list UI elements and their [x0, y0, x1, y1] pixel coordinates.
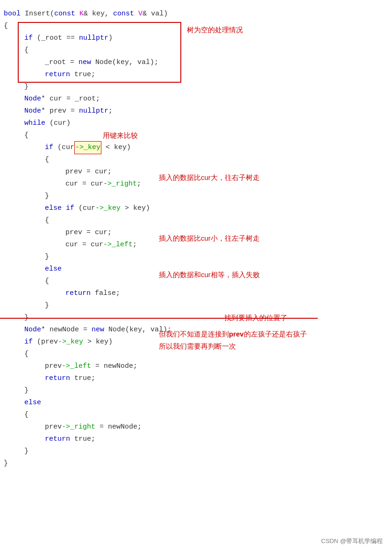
kw-else3: else — [24, 397, 41, 409]
while-cond: (cur) — [45, 117, 71, 129]
code-line-else-open: { — [4, 275, 388, 287]
kw-new2: new — [92, 324, 104, 336]
arrow-prev-left: ->_left — [62, 360, 91, 372]
code-line-return-true2: return true; — [4, 372, 388, 385]
code-line-if-lt-open: { — [4, 154, 388, 166]
code-line-prev-eq-cur1: prev = cur; — [4, 166, 388, 178]
newnode-ctor: Node(key, val); — [104, 324, 171, 336]
code-line-if-prev-key: if (prev->_key > key) — [4, 336, 388, 348]
prev-right-assign: prev — [45, 421, 62, 433]
cur-assign-left: cur = cur — [65, 239, 103, 251]
code-line-if-curkey-lt: if (cur->_key < key) — [4, 142, 388, 154]
type-V: V — [134, 8, 143, 20]
gt-key: > key) — [121, 202, 150, 215]
brace: } — [24, 312, 29, 324]
code-line-while-open: { — [4, 129, 388, 142]
arrow-right: ->_right — [103, 178, 137, 190]
code-line-else2: else — [4, 397, 388, 409]
code-line-else-close: } — [4, 300, 388, 312]
semi1: ; — [108, 105, 113, 117]
cur-init: * cur = _root; — [41, 93, 100, 105]
lt-key: < key) — [101, 142, 131, 154]
code-line-while-close: } — [4, 312, 388, 324]
code-line-elif-close: } — [4, 251, 388, 263]
arrow-left: ->_left — [103, 239, 133, 251]
code-line-else: else — [4, 263, 388, 275]
code-line-else2-open: { — [4, 409, 388, 421]
root-assign: _root = — [45, 57, 78, 69]
kw-return2: return — [65, 287, 91, 300]
code-line-prev-init: Node* prev = nullptr; — [4, 105, 388, 117]
prev-cur1: prev = cur; — [65, 166, 112, 178]
semi-left: ; — [133, 239, 137, 251]
code-line-elif-open: { — [4, 215, 388, 227]
false-val: false; — [91, 287, 120, 300]
kw-return4: return — [45, 433, 70, 445]
keyword-const2: const — [113, 8, 134, 20]
keyword-const1: const — [54, 8, 75, 20]
kw-if: if — [24, 32, 33, 44]
kw-if3: if — [62, 202, 74, 215]
brace: } — [24, 81, 29, 93]
newnode-assign1: = newNode; — [91, 360, 137, 372]
newnode-decl: * newNode = — [41, 324, 92, 336]
kw-return1: return — [45, 69, 70, 81]
if-close: ) — [108, 32, 113, 44]
code-line-while: while (cur) — [4, 117, 388, 129]
true1: true; — [70, 69, 95, 81]
code-line-cur-right: cur = cur->_right; — [4, 178, 388, 190]
code-line-else-if-curkey-gt: else if (cur->_key > key) — [4, 202, 388, 215]
code-line-if-prev-open: { — [4, 348, 388, 360]
elif-cur: (cur — [74, 202, 95, 215]
newnode-assign2: = newNode; — [95, 421, 142, 433]
code-line-root-assign: _root = new Node(key, val); — [4, 57, 388, 69]
code-line-return-false: return false; — [4, 287, 388, 300]
prev-cur2: prev = cur; — [65, 227, 112, 239]
page-wrapper: 树为空的处理情况 用键来比较 插入的数据比cur大，往右子树走 插入的数据比cu… — [0, 5, 392, 551]
cur-assign-right: cur = cur — [65, 178, 103, 190]
brace: } — [45, 251, 49, 263]
brace: { — [45, 215, 49, 227]
kw-if4: if — [24, 336, 33, 348]
if-body: (_root == — [33, 32, 79, 44]
brace: } — [4, 458, 8, 470]
brace: { — [4, 20, 8, 32]
kw-node2: Node — [24, 105, 41, 117]
code-line-brace2: { — [4, 44, 388, 57]
brace: } — [45, 190, 49, 202]
gt-key2: > key) — [83, 336, 113, 348]
code-line-if-root: if (_root == nullptr) — [4, 32, 388, 44]
kw-node3: Node — [24, 324, 41, 336]
brace: { — [24, 348, 29, 360]
code-line-if-prev-close: } — [4, 385, 388, 397]
code-line-cur-init: Node* cur = _root; — [4, 93, 388, 105]
semi-right: ; — [137, 178, 141, 190]
arrow-prev-right: ->_right — [62, 421, 95, 433]
brace: { — [24, 409, 29, 421]
code-line-close-if-root: } — [4, 81, 388, 93]
kw-else2: else — [45, 263, 62, 275]
brace: { — [45, 154, 49, 166]
kw-nullptr2: nullptr — [79, 105, 108, 117]
amp2: & — [143, 8, 147, 20]
keyword-bool: bool — [4, 8, 21, 20]
if-cur: (cur — [53, 142, 74, 154]
csdn-footer: CSDN @带耳机学编程 — [321, 537, 383, 546]
kw-new: new — [78, 57, 91, 69]
code-line-prev-left-newnode: prev->_left = newNode; — [4, 360, 388, 372]
brace: } — [45, 300, 49, 312]
code-line-signature: bool Insert(const K& key, const V& val) — [4, 8, 388, 20]
code-line-newnode: Node* newNode = new Node(key, val); — [4, 324, 388, 336]
code-line-return-true1: return true; — [4, 69, 388, 81]
code-line-return-true3: return true; — [4, 433, 388, 445]
true2: true; — [70, 372, 95, 385]
true3: true; — [70, 433, 95, 445]
member-key-highlight: ->_key — [74, 141, 101, 154]
arrow-prev-key: ->_key — [58, 336, 83, 348]
code-line-prev-right-newnode: prev->_right = newNode; — [4, 421, 388, 433]
arrow-key2: ->_key — [95, 202, 121, 215]
kw-while: while — [24, 117, 45, 129]
type-K: K — [75, 8, 84, 20]
brace: } — [24, 385, 29, 397]
kw-if2: if — [45, 142, 53, 154]
